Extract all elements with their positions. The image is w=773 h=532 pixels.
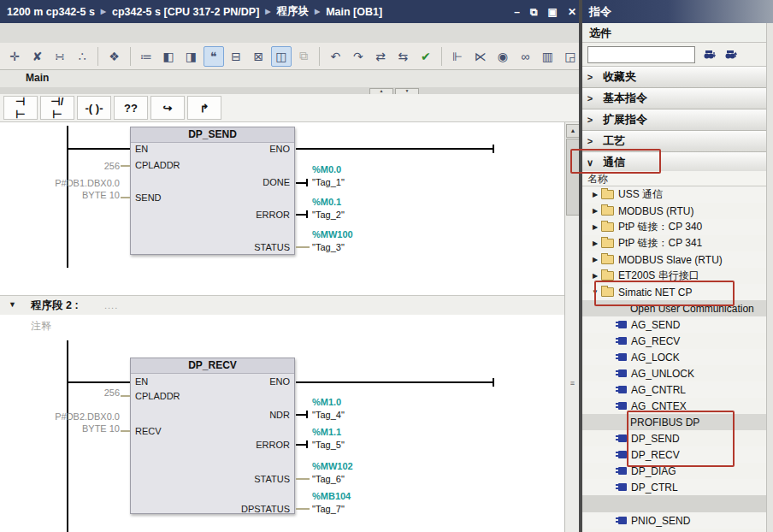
chevron-icon[interactable]: ∨: [582, 157, 598, 168]
error-operand-tag[interactable]: "Tag_5": [312, 440, 345, 450]
name-column-header[interactable]: 名称: [582, 171, 773, 186]
empty-box-button[interactable]: ??: [114, 96, 148, 120]
done-operand-address[interactable]: %M0.0: [312, 164, 341, 174]
tree-item[interactable]: AG_CNTRL: [582, 381, 773, 398]
insert-row-icon[interactable]: ∺: [50, 46, 70, 67]
network2-comment[interactable]: 注释: [31, 319, 51, 334]
expander-icon[interactable]: ▶: [589, 272, 601, 280]
show-symbol-info-icon[interactable]: ⊟: [226, 46, 246, 67]
tree-item[interactable]: AG_LOCK: [582, 349, 773, 365]
breadcrumb-program-blocks[interactable]: 程序块: [276, 4, 309, 19]
breadcrumb-device[interactable]: cp342-5 s [CPU 317-2 PN/DP]: [112, 6, 259, 18]
no-contact-button[interactable]: ⊣ ⊢: [3, 96, 38, 120]
add-favorite-icon[interactable]: ❖: [103, 46, 124, 67]
recv-operand-line2[interactable]: BYTE 10: [9, 423, 120, 434]
tree-item[interactable]: Open User Communication: [582, 300, 773, 316]
close-branch-button[interactable]: ↱: [187, 96, 221, 120]
compile-icon[interactable]: ✔: [416, 46, 436, 67]
tree-item[interactable]: AG_SEND: [582, 316, 773, 333]
toggle-comments-icon[interactable]: ❝: [204, 46, 224, 67]
cpladdr-operand[interactable]: 256: [9, 161, 120, 171]
dock-panel-icon[interactable]: ◲: [560, 46, 581, 67]
breadcrumb-project[interactable]: 1200 m cp342-5 s: [7, 6, 95, 18]
insert-row-below-icon[interactable]: ∴: [72, 46, 92, 67]
expander-icon[interactable]: ▶: [589, 256, 601, 263]
recv-operand-line1[interactable]: P#DB2.DBX0.0: [9, 411, 120, 422]
scroll-up-icon[interactable]: ▲: [566, 124, 580, 138]
absolute-operands-icon[interactable]: ⊩: [447, 46, 468, 67]
status-operand-address[interactable]: %MW100: [312, 229, 353, 239]
expander-icon[interactable]: ▶: [589, 223, 601, 231]
error-operand-address[interactable]: %M0.1: [312, 197, 341, 207]
ladder-canvas[interactable]: DP_SEND EN CPLADDR SEND ENO DONE ERROR S…: [0, 122, 564, 532]
ndr-operand-tag[interactable]: "Tag_4": [312, 410, 345, 420]
previous-jump-icon[interactable]: ↶: [325, 46, 345, 67]
panel-scrollbar[interactable]: [766, 23, 773, 532]
scrollbar-grip[interactable]: ≡: [567, 379, 578, 387]
close-all-networks-icon[interactable]: ◨: [180, 46, 201, 67]
maximize-button[interactable]: ▣: [548, 6, 558, 18]
section-header[interactable]: > 扩展指令: [582, 109, 773, 131]
dp-send-block[interactable]: DP_SEND EN CPLADDR SEND ENO DONE ERROR S…: [130, 127, 295, 255]
toolbar-icon[interactable]: [319, 47, 320, 66]
split-editor-icon[interactable]: ▥: [537, 46, 558, 67]
section-header[interactable]: > 收藏夹: [582, 67, 773, 88]
update-block-calls-icon[interactable]: ⇄: [370, 46, 391, 67]
tree-item[interactable]: AG_UNLOCK: [582, 365, 773, 381]
tree-item[interactable]: DP_DIAG: [582, 463, 773, 479]
dpstatus-operand-tag[interactable]: "Tag_7": [312, 504, 345, 514]
show-operand-info-icon[interactable]: ◫: [271, 46, 292, 67]
coil-button[interactable]: -( )-: [77, 96, 111, 120]
network-collapse-icon[interactable]: ▼: [9, 300, 16, 309]
tab-main[interactable]: Main: [26, 72, 49, 84]
section-header[interactable]: > 工艺: [582, 131, 773, 152]
chevron-icon[interactable]: >: [582, 72, 598, 82]
tree-item[interactable]: ▶ PtP 链接：CP 341: [582, 235, 773, 251]
search-input[interactable]: [587, 46, 695, 63]
find-next-icon[interactable]: [704, 49, 717, 60]
tree-item[interactable]: ▶ PtP 链接：CP 340: [582, 219, 773, 235]
send-operand-line1[interactable]: P#DB1.DBX0.0: [9, 178, 120, 188]
open-branch-button[interactable]: ↪: [150, 96, 185, 120]
expander-icon[interactable]: ▶: [589, 239, 601, 247]
send-operand-line2[interactable]: BYTE 10: [9, 190, 120, 200]
tree-item[interactable]: PROFIBUS DP: [582, 414, 773, 430]
tree-item[interactable]: ▶ MODBUS Slave (RTU): [582, 251, 773, 268]
tree-item[interactable]: ▶ USS 通信: [582, 186, 773, 203]
status-operand-address[interactable]: %MW102: [312, 461, 353, 471]
toolbar-icon[interactable]: [441, 47, 442, 66]
close-button[interactable]: ✕: [568, 6, 576, 18]
find-previous-icon[interactable]: [725, 49, 738, 60]
ndr-operand-address[interactable]: %M1.0: [312, 397, 341, 407]
tree-item[interactable]: DP_RECV: [582, 446, 773, 463]
breadcrumb-block[interactable]: Main [OB1]: [326, 6, 382, 18]
chevron-icon[interactable]: >: [582, 115, 598, 125]
tree-item[interactable]: AG_RECV: [582, 333, 773, 349]
next-jump-icon[interactable]: ↷: [348, 46, 369, 67]
scrollbar-thumb[interactable]: [566, 139, 580, 216]
toolbar-icon[interactable]: [97, 47, 98, 66]
minimize-button[interactable]: –: [514, 6, 520, 18]
find-icon[interactable]: ◉: [493, 46, 513, 67]
expander-icon[interactable]: ▼: [589, 288, 601, 296]
nc-contact-button[interactable]: ⊣/⊢: [40, 96, 74, 120]
done-operand-tag[interactable]: "Tag_1": [312, 177, 345, 187]
free-placed-comments-icon[interactable]: ⧉: [293, 46, 314, 67]
cpladdr-operand[interactable]: 256: [9, 387, 120, 398]
dp-recv-block[interactable]: DP_RECV EN CPLADDR RECV ENO NDR ERROR ST…: [130, 358, 295, 514]
network-comments-icon[interactable]: ≔: [136, 46, 156, 67]
hide-symbol-info-icon[interactable]: ⊠: [248, 46, 268, 67]
canvas-scrollbar[interactable]: ▲ ≡: [564, 122, 579, 532]
cross-reference-icon[interactable]: ⋉: [469, 46, 490, 67]
tree-item[interactable]: [582, 495, 773, 512]
tree-item[interactable]: PNIO_SEND: [582, 512, 773, 529]
status-operand-tag[interactable]: "Tag_6": [312, 474, 345, 484]
status-operand-tag[interactable]: "Tag_3": [312, 242, 345, 252]
synchronize-icon[interactable]: ⇆: [392, 46, 413, 67]
section-header[interactable]: > 基本指令: [582, 88, 773, 109]
monitoring-glasses-icon[interactable]: ∞: [515, 46, 535, 67]
network2-header[interactable]: ▼ 程序段 2 : ....: [0, 295, 564, 315]
toolbar-icon[interactable]: [130, 47, 131, 66]
expander-icon[interactable]: ▶: [589, 191, 601, 198]
tree-item[interactable]: AG_CNTEX: [582, 398, 773, 414]
